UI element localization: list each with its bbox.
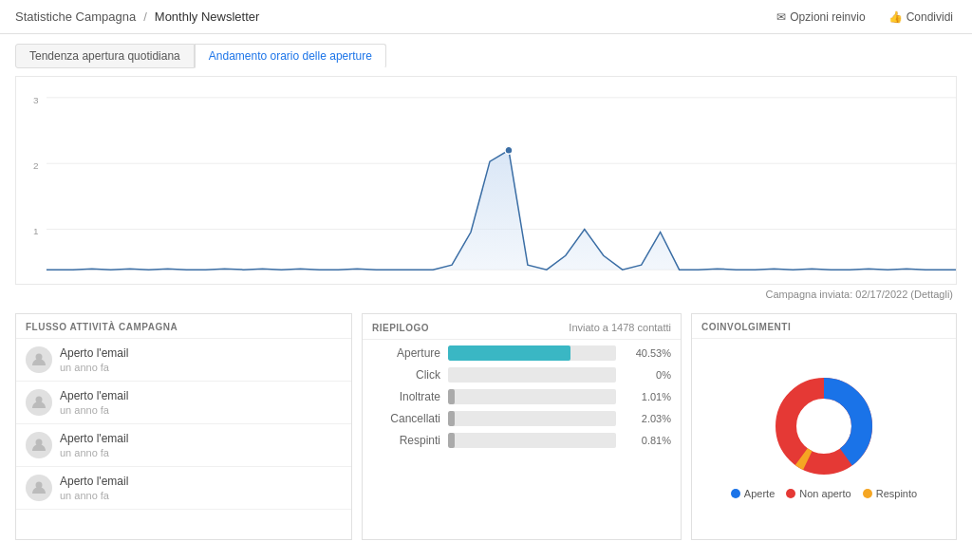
bar-value: 0% — [624, 369, 671, 381]
activity-item: Aperto l'email un anno fa — [16, 467, 351, 510]
riepilogo-title: RIEPILOGO — [372, 323, 429, 333]
bar-value: 40.53% — [624, 347, 671, 359]
legend-label: Respinto — [876, 488, 917, 499]
activity-item: Aperto l'email un anno fa — [16, 382, 351, 424]
riepilogo-subtitle: Inviato a 1478 contatti — [569, 322, 671, 333]
chart-area: 3 2 1 — [15, 76, 957, 285]
activity-avatar — [26, 389, 52, 416]
activity-avatar — [26, 346, 52, 373]
activity-action: Aperto l'email — [60, 346, 128, 360]
activity-action: Aperto l'email — [60, 432, 128, 445]
activity-info: Aperto l'email un anno fa — [60, 432, 128, 458]
breadcrumb: Statistiche Campagna / Monthly Newslette… — [15, 9, 259, 24]
legend-item: Aperte — [731, 488, 775, 499]
header-actions: ✉ Opzioni reinvio 👍 Condividi — [773, 9, 957, 26]
breadcrumb-current: Monthly Newsletter — [155, 9, 260, 24]
row-label: Aperture — [372, 346, 440, 360]
riepilogo-rows: Aperture 40.53% Click 0% Inoltrate 1.01%… — [363, 340, 681, 460]
breadcrumb-separator: / — [143, 9, 147, 24]
share-icon: 👍 — [888, 10, 903, 24]
row-label: Cancellati — [372, 412, 440, 425]
donut-chart — [772, 374, 876, 478]
tab-tendenza[interactable]: Tendenza apertura quotidiana — [15, 44, 195, 68]
bar-container — [448, 389, 616, 404]
coinvolgimenti-title: COINVOLGIMENTI — [692, 314, 956, 339]
chart-caption: Campagna inviata: 02/17/2022 (Dettagli) — [15, 289, 957, 300]
riepilogo-row: Click 0% — [372, 367, 671, 383]
legend-label: Non aperto — [799, 488, 850, 499]
tabs-container: Tendenza apertura quotidiana Andamento o… — [15, 44, 957, 68]
panel-flusso: FLUSSO ATTIVITÀ CAMPAGNA Aperto l'email … — [15, 313, 352, 540]
activity-avatar — [26, 432, 52, 458]
svg-text:2: 2 — [33, 160, 39, 171]
tab-andamento[interactable]: Andamento orario delle aperture — [195, 44, 386, 68]
condividi-label: Condividi — [907, 10, 953, 24]
activity-info: Aperto l'email un anno fa — [60, 346, 128, 373]
activity-info: Aperto l'email un anno fa — [60, 389, 128, 416]
activity-action: Aperto l'email — [60, 475, 128, 488]
activity-info: Aperto l'email un anno fa — [60, 475, 128, 501]
svg-point-16 — [797, 400, 850, 453]
svg-point-8 — [505, 146, 513, 154]
activity-item: Aperto l'email un anno fa — [16, 339, 351, 382]
activity-avatar — [26, 475, 52, 501]
riepilogo-header: RIEPILOGO Inviato a 1478 contatti — [363, 314, 681, 340]
activity-item: Aperto l'email un anno fa — [16, 424, 351, 467]
svg-marker-7 — [47, 150, 956, 270]
header: Statistiche Campagna / Monthly Newslette… — [0, 0, 972, 34]
row-label: Respinti — [372, 434, 440, 447]
bar-container — [448, 367, 616, 383]
condividi-button[interactable]: 👍 Condividi — [885, 9, 957, 26]
bottom-panels: FLUSSO ATTIVITÀ CAMPAGNA Aperto l'email … — [0, 306, 972, 548]
bar-value: 0.81% — [624, 435, 671, 446]
riepilogo-row: Cancellati 2.03% — [372, 411, 671, 426]
chart-section: Tendenza apertura quotidiana Andamento o… — [0, 34, 972, 306]
chart-svg: 3 2 1 — [16, 77, 956, 284]
riepilogo-row: Aperture 40.53% — [372, 345, 671, 361]
activity-time: un anno fa — [60, 404, 128, 416]
activity-time: un anno fa — [60, 362, 128, 373]
activity-time: un anno fa — [60, 490, 128, 501]
legend-label: Aperte — [744, 488, 775, 499]
donut-svg — [772, 374, 876, 478]
reinvio-button[interactable]: ✉ Opzioni reinvio — [773, 9, 869, 26]
breadcrumb-root[interactable]: Statistiche Campagna — [15, 9, 136, 24]
bar-fill — [448, 345, 570, 361]
flusso-title: FLUSSO ATTIVITÀ CAMPAGNA — [16, 314, 351, 339]
panel-coinvolgimenti: COINVOLGIMENTI — [691, 313, 957, 540]
activity-action: Aperto l'email — [60, 389, 128, 402]
email-icon: ✉ — [776, 10, 786, 24]
bar-fill — [448, 433, 455, 448]
legend-item: Non aperto — [786, 488, 850, 499]
row-label: Inoltrate — [372, 390, 440, 403]
bar-container — [448, 411, 616, 426]
bar-container — [448, 345, 616, 361]
donut-legend: Aperte Non aperto Respinto — [731, 488, 917, 499]
reinvio-label: Opzioni reinvio — [790, 10, 865, 24]
svg-text:3: 3 — [33, 95, 39, 105]
activity-feed[interactable]: Aperto l'email un anno fa Aperto l'email… — [16, 339, 351, 533]
riepilogo-row: Inoltrate 1.01% — [372, 389, 671, 404]
legend-item: Respinto — [863, 488, 917, 499]
coinvolgimenti-content: Aperte Non aperto Respinto — [692, 339, 956, 533]
panel-riepilogo: RIEPILOGO Inviato a 1478 contatti Apertu… — [362, 313, 682, 540]
bar-container — [448, 433, 616, 448]
bar-fill — [448, 389, 455, 404]
bar-value: 2.03% — [624, 413, 671, 424]
svg-text:1: 1 — [33, 227, 39, 237]
legend-dot — [786, 489, 795, 498]
row-label: Click — [372, 368, 440, 382]
riepilogo-row: Respinti 0.81% — [372, 433, 671, 448]
bar-value: 1.01% — [624, 391, 671, 402]
activity-time: un anno fa — [60, 447, 128, 458]
legend-dot — [731, 489, 740, 498]
legend-dot — [863, 489, 872, 498]
bar-fill — [448, 411, 455, 426]
